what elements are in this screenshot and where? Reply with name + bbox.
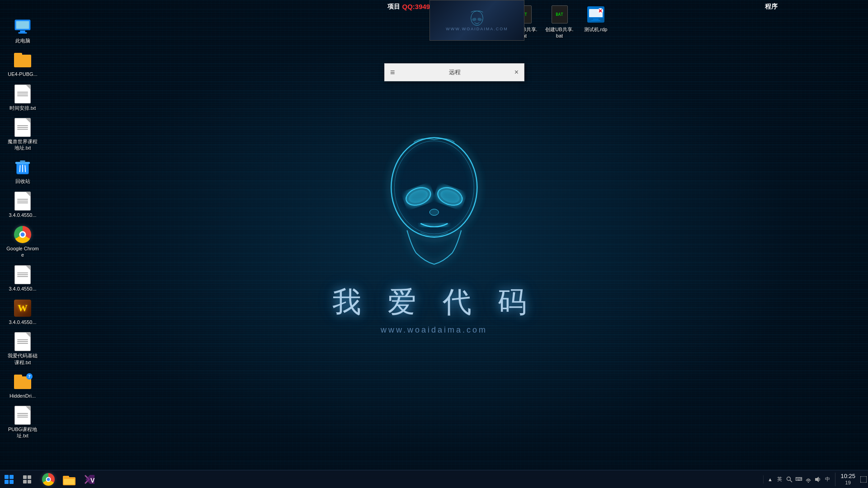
svg-rect-27 (23, 475, 27, 479)
svg-point-37 (808, 481, 809, 482)
hiddendri-icon: 7 (14, 373, 32, 391)
svg-point-18 (472, 18, 477, 22)
wow-icon: W (14, 299, 32, 317)
create-ub-icon: BAT (549, 4, 570, 24)
computer-label: 此电脑 (15, 38, 30, 44)
course-icon (14, 333, 32, 351)
pubgcourse-icon (14, 406, 32, 424)
remote-dialog[interactable]: ≡ 远程 × (384, 63, 524, 81)
svg-point-21 (394, 141, 474, 234)
svg-rect-5 (15, 162, 30, 164)
svg-rect-1 (16, 21, 29, 29)
svg-point-17 (471, 11, 483, 25)
recycle-bin-icon (14, 158, 32, 176)
desktop-icon-file1[interactable]: 3.4.0.4550... (5, 190, 41, 220)
moshou-icon (14, 118, 32, 136)
svg-point-26 (429, 209, 439, 216)
taskbar-app-explorer[interactable] (59, 470, 79, 488)
wow-label: 3.4.0.4550... (9, 319, 36, 325)
header-title: 项目 (387, 3, 400, 11)
tray-search-icon[interactable] (785, 475, 793, 483)
rdp-label: 测试机.rdp (584, 26, 608, 33)
desktop-icon-create-ub[interactable]: BAT 创建UB共享.bat (542, 2, 576, 41)
desktop-icon-computer[interactable]: 此电脑 (5, 16, 41, 46)
recycle-label: 回收站 (15, 178, 30, 184)
tray-keyboard-icon[interactable]: ⌨ (795, 475, 803, 483)
svg-rect-32 (63, 476, 69, 478)
svg-line-9 (25, 165, 25, 172)
svg-marker-38 (815, 477, 819, 482)
tray-language-icon[interactable]: 中 (823, 475, 831, 483)
ue4pubg-label: UE4-PUBG... (8, 71, 37, 77)
tray-network-icon[interactable] (804, 475, 812, 483)
taskbar-app-chrome[interactable] (38, 470, 58, 488)
desktop-icons-left: 此电脑 UE4-PUBG... 时间安排.txt (0, 11, 45, 449)
taskbar-apps: V (36, 470, 402, 488)
desktop-icon-rdp[interactable]: 测试机.rdp (579, 2, 613, 41)
taskbar-start-button[interactable] (0, 470, 18, 488)
schedule-icon (14, 85, 32, 103)
remote-dialog-title: 远程 (401, 68, 509, 76)
taskbar-time: 10:25 (840, 473, 855, 480)
desktop-icon-wow[interactable]: W 3.4.0.4550... (5, 297, 41, 327)
taskbar-app-vs[interactable]: V (80, 470, 100, 488)
svg-rect-29 (23, 480, 27, 483)
desktop-icon-schedule[interactable]: 时间安排.txt (5, 83, 41, 113)
svg-rect-30 (28, 480, 31, 483)
desktop-icon-recycle[interactable]: 回收站 (5, 156, 41, 186)
desktop-icon-moshouzoutu[interactable]: 魔兽世界课程地址.txt (5, 117, 41, 153)
tray-expand-icon[interactable]: ▲ (766, 475, 774, 483)
taskbar-notification-button[interactable] (859, 470, 868, 488)
desktop-icon-pubgcourse[interactable]: PUBG课程地址.txt (5, 404, 41, 441)
pubgcourse-label: PUBG课程地址.txt (6, 426, 39, 439)
file2-icon (14, 266, 32, 284)
alien-head (371, 133, 497, 278)
computer-icon (14, 18, 32, 36)
svg-rect-33 (64, 479, 75, 484)
desktop-icon-course[interactable]: 我爱代码基础课程.txt (5, 331, 41, 367)
svg-text:V: V (90, 477, 95, 484)
chrome-label: Google Chrome (6, 245, 39, 258)
svg-rect-12 (593, 19, 599, 20)
rdp-icon (585, 4, 606, 24)
chrome-icon (14, 225, 32, 244)
remote-dialog-close-button[interactable]: × (509, 65, 524, 80)
svg-point-19 (477, 18, 482, 22)
desktop-icon-chrome[interactable]: Google Chrome (5, 224, 41, 260)
tray-separator (835, 473, 835, 486)
thumbnail-content: WWW.WOAIDAIMA.COM (430, 0, 524, 40)
svg-rect-28 (28, 475, 31, 479)
course-label: 我爱代码基础课程.txt (6, 352, 39, 366)
remote-dialog-menu-icon[interactable]: ≡ (385, 64, 401, 81)
hiddendri-label: HiddenDri... (9, 393, 36, 399)
desktop-icon-file2[interactable]: 3.4.0.4550... (5, 264, 41, 294)
desktop-icon-ue4pubg[interactable]: UE4-PUBG... (5, 49, 41, 79)
file2-label: 3.4.0.4550... (9, 286, 36, 292)
svg-line-7 (20, 165, 20, 172)
tray-volume-icon[interactable] (814, 475, 822, 483)
create-ub-label: 创建UB共享.bat (544, 26, 575, 39)
file1-icon (14, 192, 32, 210)
alien-logo-container: 我 爱 代 码 www.woaidaima.com (332, 133, 535, 335)
alien-url: www.woaidaima.com (381, 325, 487, 335)
svg-line-36 (790, 480, 793, 482)
file1-label: 3.4.0.4550... (9, 212, 36, 218)
desktop-icon-hiddendri[interactable]: 7 HiddenDri... (5, 371, 41, 401)
moshou-label: 魔兽世界课程地址.txt (6, 138, 39, 151)
svg-rect-3 (19, 32, 27, 33)
schedule-label: 时间安排.txt (9, 105, 36, 111)
ue4pubg-icon (14, 51, 32, 69)
svg-point-35 (787, 477, 791, 480)
thumbnail-url: WWW.WOAIDAIMA.COM (446, 27, 508, 31)
taskbar-taskview-button[interactable] (18, 470, 36, 488)
header-program: 程序 (765, 3, 778, 11)
ime-indicator[interactable]: 英 (775, 476, 784, 483)
alien-text-main: 我 爱 代 码 (332, 282, 535, 322)
taskbar: V ▲ 英 ⌨ (0, 470, 868, 488)
svg-rect-13 (591, 20, 600, 21)
taskbar-clock[interactable]: 10:25 19 (837, 473, 859, 486)
taskbar-date: 19 (845, 480, 851, 486)
svg-rect-39 (860, 476, 867, 483)
windows-icon (5, 475, 14, 484)
thumbnail-area: WWW.WOAIDAIMA.COM (429, 0, 524, 41)
